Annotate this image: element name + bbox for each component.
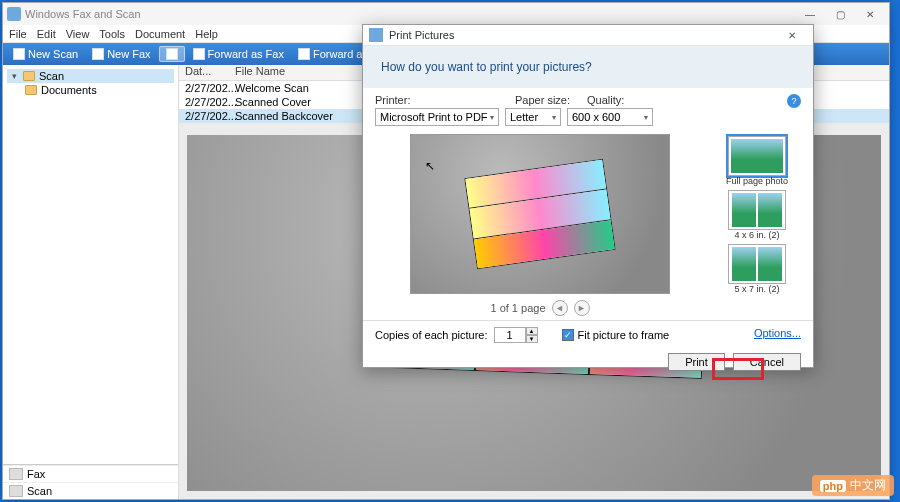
print-preview: ↖ xyxy=(410,134,670,294)
tree-scan-node[interactable]: ▾ Scan xyxy=(7,69,174,83)
options-link[interactable]: Options... xyxy=(754,327,801,339)
side-tabs: Fax Scan xyxy=(3,464,178,499)
chevron-down-icon: ▾ xyxy=(490,113,494,122)
layout-options: Full page photo 4 x 6 in. (2) 5 x 7 in. … xyxy=(713,134,801,316)
watermark: php 中文网 xyxy=(812,475,894,496)
layout-label: Full page photo xyxy=(726,176,788,186)
folder-icon xyxy=(23,71,35,81)
scan-icon xyxy=(13,48,25,60)
collapse-icon[interactable]: ▾ xyxy=(9,71,19,81)
menu-help[interactable]: Help xyxy=(195,28,218,40)
tree-documents-node[interactable]: Documents xyxy=(7,83,174,97)
forward-email-icon xyxy=(298,48,310,60)
printer-select[interactable]: Microsoft Print to PDF▾ xyxy=(375,108,499,126)
watermark-brand: php xyxy=(820,480,846,492)
scan-tab-icon xyxy=(9,485,23,497)
watermark-text: 中文网 xyxy=(850,477,886,494)
dialog-body: Printer: Paper size: Quality: Microsoft … xyxy=(363,88,813,320)
chevron-down-icon: ▾ xyxy=(552,113,556,122)
paper-size-select[interactable]: Letter▾ xyxy=(505,108,561,126)
highlighted-toolbar-button[interactable] xyxy=(159,46,185,62)
printer-label: Printer: xyxy=(375,94,503,106)
pager-text: 1 of 1 page xyxy=(490,302,545,314)
field-selects: Microsoft Print to PDF▾ Letter▾ 600 x 60… xyxy=(375,108,787,126)
quality-label: Quality: xyxy=(587,94,677,106)
prev-page-button[interactable]: ◄ xyxy=(552,300,568,316)
dialog-footer-buttons: Print Cancel xyxy=(363,349,813,379)
maximize-button[interactable]: ▢ xyxy=(825,4,855,24)
checkbox-checked-icon: ✓ xyxy=(562,329,574,341)
fit-picture-checkbox[interactable]: ✓ Fit picture to frame xyxy=(562,329,670,341)
new-fax-button[interactable]: New Fax xyxy=(86,47,156,61)
sidebar: ▾ Scan Documents Fax Scan xyxy=(3,65,179,499)
menu-edit[interactable]: Edit xyxy=(37,28,56,40)
print-button[interactable]: Print xyxy=(668,353,725,371)
minimize-button[interactable]: — xyxy=(795,4,825,24)
dialog-footer-options: Copies of each picture: ▲▼ ✓ Fit picture… xyxy=(363,320,813,349)
tree-documents-label: Documents xyxy=(41,84,97,96)
titlebar: Windows Fax and Scan — ▢ ✕ xyxy=(3,3,889,25)
stepper-down[interactable]: ▼ xyxy=(526,335,538,343)
next-page-button[interactable]: ► xyxy=(574,300,590,316)
quality-select[interactable]: 600 x 600▾ xyxy=(567,108,653,126)
new-scan-button[interactable]: New Scan xyxy=(7,47,84,61)
app-icon xyxy=(7,7,21,21)
menu-view[interactable]: View xyxy=(66,28,90,40)
print-icon xyxy=(369,28,383,42)
preview-column: ↖ 1 of 1 page ◄ ► xyxy=(375,134,705,316)
fit-label: Fit picture to frame xyxy=(578,329,670,341)
folder-tree: ▾ Scan Documents xyxy=(3,65,178,464)
menu-tools[interactable]: Tools xyxy=(99,28,125,40)
stepper-up[interactable]: ▲ xyxy=(526,327,538,335)
cancel-button[interactable]: Cancel xyxy=(733,353,801,371)
paper-label: Paper size: xyxy=(515,94,575,106)
copies-input[interactable] xyxy=(494,327,526,343)
dialog-titlebar: Print Pictures ✕ xyxy=(363,25,813,46)
chevron-down-icon: ▾ xyxy=(644,113,648,122)
print-pictures-dialog: Print Pictures ✕ How do you want to prin… xyxy=(362,24,814,368)
close-button[interactable]: ✕ xyxy=(855,4,885,24)
help-icon[interactable]: ? xyxy=(787,94,801,108)
menu-file[interactable]: File xyxy=(9,28,27,40)
copies-label: Copies of each picture: xyxy=(375,329,488,341)
side-tab-fax[interactable]: Fax xyxy=(3,465,178,482)
dialog-heading: How do you want to print your pictures? xyxy=(363,46,813,88)
folder-icon xyxy=(25,85,37,95)
pager: 1 of 1 page ◄ ► xyxy=(490,300,589,316)
col-date[interactable]: Dat... xyxy=(179,65,233,80)
menu-document[interactable]: Document xyxy=(135,28,185,40)
app-title: Windows Fax and Scan xyxy=(25,8,141,20)
cursor-icon: ↖ xyxy=(425,159,435,173)
copies-stepper[interactable]: ▲▼ xyxy=(494,327,538,343)
dialog-close-button[interactable]: ✕ xyxy=(777,25,807,45)
dialog-title: Print Pictures xyxy=(389,29,454,41)
tree-scan-label: Scan xyxy=(39,70,64,82)
layout-4x6[interactable]: 4 x 6 in. (2) xyxy=(713,190,801,240)
forward-fax-icon xyxy=(193,48,205,60)
forward-fax-button[interactable]: Forward as Fax xyxy=(187,47,290,61)
fax-tab-icon xyxy=(9,468,23,480)
layout-5x7[interactable]: 5 x 7 in. (2) xyxy=(713,244,801,294)
side-tab-scan[interactable]: Scan xyxy=(3,482,178,499)
fax-icon xyxy=(92,48,104,60)
layout-full-page[interactable]: Full page photo xyxy=(713,136,801,186)
layout-label: 5 x 7 in. (2) xyxy=(734,284,779,294)
tool-icon xyxy=(166,48,178,60)
preview-image xyxy=(464,159,615,270)
field-labels: Printer: Paper size: Quality: xyxy=(375,94,787,106)
layout-label: 4 x 6 in. (2) xyxy=(734,230,779,240)
